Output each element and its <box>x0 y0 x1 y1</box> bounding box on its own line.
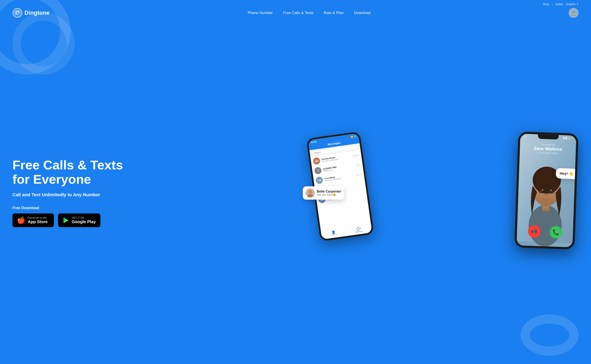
contact-bubble-msg: See you soon!😘 <box>317 193 341 196</box>
contact-avatar-image <box>306 188 315 198</box>
hero-section: Free Calls & Texts for Everyone Call and… <box>0 20 591 359</box>
twitter-link[interactable]: twitter <box>556 2 563 6</box>
free-download-label: Free Download <box>13 206 303 210</box>
chat-bubble: Hey! 👋 <box>556 168 577 179</box>
signal-icons: ▌▌▌ ☁ 🔋 <box>563 137 573 140</box>
navbar: 📞 Dingtone Phone Number Free Calls & Tex… <box>0 6 591 20</box>
call-buttons: 📵 📞 <box>517 225 573 239</box>
phone-bottom-nav: 👤 Contacts 💬 Messages <box>321 224 372 240</box>
phone-mockups: 13:00 📶 🔋 Messages CB Cecelia Burke You … <box>307 132 578 253</box>
appstore-button[interactable]: 🍎 Download on the App Store <box>13 214 54 227</box>
phone-icons: 📶 🔋 <box>350 135 356 138</box>
top-bar-divider: | <box>552 2 553 6</box>
phone-time: 13:00 <box>311 140 317 144</box>
avatar: CB <box>313 157 320 165</box>
googleplay-sub: GET IT ON <box>72 216 96 219</box>
store-buttons: 🍎 Download on the App Store <box>13 214 303 227</box>
nav-contacts: 👤 Contacts <box>330 230 337 236</box>
hero-title: Free Calls & Texts for Everyone <box>13 158 303 186</box>
hero-subtitle: Call and Text Unlimitedly to Any Number <box>13 192 303 198</box>
svg-text:📞: 📞 <box>17 11 19 14</box>
logo-text: Dingtone <box>25 10 50 16</box>
hero-title-line2: for Everyone <box>13 172 91 186</box>
message-time: Yesterday <box>352 154 359 157</box>
avatar: ? <box>314 167 322 175</box>
contact-avatar <box>306 188 315 198</box>
contacts-label: Contacts <box>330 234 337 236</box>
contact-bubble-name: Belle Carpenter <box>317 190 341 193</box>
call-phone-time: 9:41 <box>523 135 527 138</box>
hero-content: Free Calls & Texts for Everyone Call and… <box>13 158 307 227</box>
decline-button[interactable]: 📵 <box>528 225 541 238</box>
appstore-main: App Store <box>28 219 48 224</box>
blog-link[interactable]: Blog <box>543 2 549 6</box>
apple-icon: 🍎 <box>17 217 25 224</box>
nav-messages: 💬 Messages <box>354 226 363 233</box>
nav-rate-plan[interactable]: Rate & Plan <box>324 11 344 15</box>
messages-label: Messages <box>355 230 363 233</box>
chevron-down-icon: ▼ <box>577 3 578 5</box>
accept-icon: 📞 <box>552 229 559 236</box>
call-overlay: Incoming Call Sara Watkins +1 (310)961-4… <box>520 139 576 158</box>
avatar-icon <box>570 9 577 17</box>
message-time: Sep 1 <box>356 164 361 166</box>
svg-point-4 <box>572 11 575 13</box>
nav-phone-number[interactable]: Phone Number <box>248 11 273 15</box>
language-selector[interactable]: English ▼ <box>566 2 578 6</box>
svg-point-18 <box>308 190 312 194</box>
user-avatar[interactable] <box>569 8 578 18</box>
googleplay-main: Google Play <box>72 219 96 224</box>
googleplay-button[interactable]: GET IT ON Google Play <box>58 214 100 227</box>
googleplay-icon <box>63 217 69 224</box>
logo-icon: 📞 <box>13 8 22 18</box>
call-phone: 9:41 ▌▌▌ ☁ 🔋 <box>514 131 578 249</box>
nav-links: Phone Number Free Calls & Texts Rate & P… <box>248 11 370 15</box>
language-label: English <box>566 2 576 6</box>
contact-popup: Belle Carpenter See you soon!😘 <box>303 186 344 200</box>
decline-icon: 📵 <box>531 228 537 235</box>
logo-link[interactable]: 📞 Dingtone <box>13 8 50 18</box>
nav-free-calls[interactable]: Free Calls & Texts <box>283 11 313 15</box>
hero-title-line1: Free Calls & Texts <box>13 158 123 172</box>
top-bar: Blog | twitter English ▼ <box>0 0 591 6</box>
avatar: LW <box>315 176 323 184</box>
accept-button[interactable]: 📞 <box>549 226 562 239</box>
message-time: 8/24/20 <box>356 173 362 176</box>
nav-download[interactable]: Download <box>354 11 370 15</box>
appstore-sub: Download on the <box>28 216 48 219</box>
